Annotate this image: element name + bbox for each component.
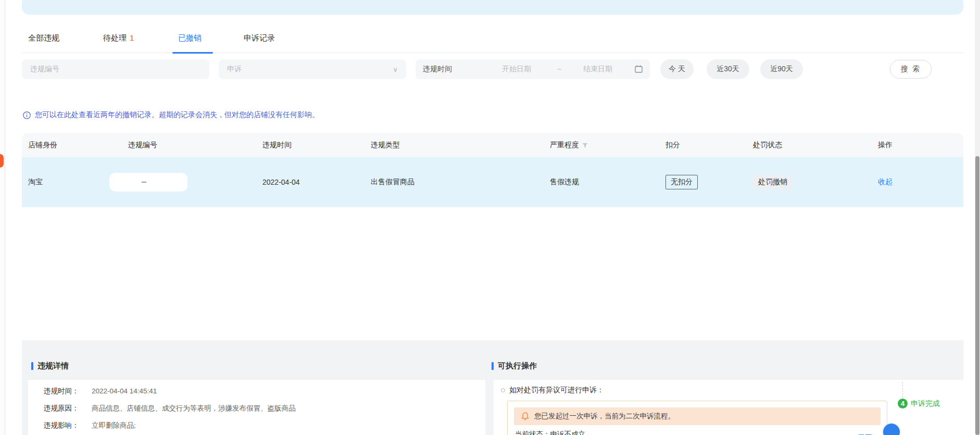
header-shop-identity: 店铺身份	[28, 133, 128, 157]
appeal-step-number: 4	[898, 399, 908, 408]
filter-bar: 违规编号 申诉 ∨ 违规时间 开始日期 ~ 结束日期 今 天 近30天 近90天…	[22, 59, 963, 79]
quick-filter-label: 近90天	[770, 65, 793, 74]
executable-actions-title: 可执行操作	[492, 361, 537, 370]
redacted-violation-number	[109, 173, 187, 191]
section-title-text: 违规详情	[37, 361, 69, 371]
header-violation-number: 违规编号	[128, 133, 262, 157]
status-badge: 处罚撤销	[753, 175, 793, 189]
tab-label: 已撤销	[178, 33, 202, 42]
quick-filter-today-button[interactable]: 今 天	[660, 59, 694, 79]
main-content: 全部违规 待处理1 已撤销 申诉记录 违规编号 申诉 ∨ 违规时间	[22, 0, 963, 435]
calendar-icon[interactable]	[635, 65, 643, 74]
appeal-complete-label: 申诉完成	[911, 399, 940, 408]
collapse-link[interactable]: 收起	[878, 177, 893, 187]
no-points-badge: 无扣分	[665, 175, 698, 189]
violation-number-placeholder: 违规编号	[30, 65, 59, 74]
tab-revoked[interactable]: 已撤销	[178, 23, 202, 53]
quick-filter-label: 今 天	[669, 65, 685, 74]
header-severity: 严重程度	[550, 133, 665, 157]
tab-pending[interactable]: 待处理1	[103, 23, 134, 53]
appeal-alert-text: 您已发起过一次申诉，当前为二次申诉流程。	[534, 412, 675, 421]
notice-banner: 您可以在此处查看近两年的撤销记录。超期的记录会消失，但对您的店铺没有任何影响。	[22, 109, 319, 121]
tab-label: 待处理	[103, 33, 127, 42]
left-rail	[0, 0, 5, 435]
tab-label: 全部违规	[28, 33, 59, 42]
appeal-complete-badge: 4 申诉完成	[898, 399, 940, 408]
timeline-dashed-connector	[902, 382, 903, 398]
row-detail-section: 违规详情 违规时间： 2022-04-04 14:45:41 违规原因： 商品信…	[22, 340, 963, 435]
quick-filter-30days-button[interactable]: 近30天	[707, 59, 749, 79]
detail-field-impact: 违规影响： 立即删除商品;	[44, 420, 477, 431]
cell-violation-time: 2022-04-04	[262, 157, 371, 207]
appeal-prompt-text: 如对处罚有异议可进行申诉：	[509, 386, 604, 395]
current-status-value: 申诉不成立	[550, 429, 586, 435]
tab-bar: 全部违规 待处理1 已撤销 申诉记录	[22, 23, 963, 53]
violation-number-input[interactable]: 违规编号	[22, 59, 209, 79]
date-range-picker[interactable]: 违规时间 开始日期 ~ 结束日期	[416, 59, 650, 79]
violation-management-page: 全部违规 待处理1 已撤销 申诉记录 违规编号 申诉 ∨ 违规时间	[0, 0, 980, 435]
current-status-row: 当前状态： 申诉不成立	[515, 429, 585, 435]
search-button[interactable]: 搜 索	[890, 60, 932, 79]
tab-all-violations[interactable]: 全部违规	[28, 23, 59, 53]
header-violation-type: 违规类型	[371, 133, 550, 157]
section-title-text: 可执行操作	[498, 361, 537, 371]
date-separator: ~	[557, 65, 561, 73]
tab-appeal-records[interactable]: 申诉记录	[244, 23, 275, 53]
cell-actions: 收起	[878, 157, 963, 207]
appeal-status-panel: 您已发起过一次申诉，当前为二次申诉流程。 当前状态： 申诉不成立 剩余时间： 剩…	[507, 401, 887, 435]
table-row: 淘宝 2022-04-04 出售假冒商品 售假违规 无扣分 处罚撤销 收起	[22, 157, 963, 207]
cell-violation-type: 出售假冒商品	[371, 157, 550, 207]
start-date-input[interactable]: 开始日期	[502, 65, 531, 74]
appeal-alert: 您已发起过一次申诉，当前为二次申诉流程。	[514, 407, 881, 425]
appeal-prompt-row: 如对处罚有异议可进行申诉：	[501, 385, 604, 395]
quick-filter-label: 近30天	[717, 65, 739, 74]
info-icon	[23, 111, 31, 119]
date-range-label: 违规时间	[423, 65, 452, 74]
violations-table: 店铺身份 违规编号 违规时间 违规类型 严重程度 扣分 处罚状态 操作 淘宝 2…	[22, 133, 963, 207]
table-header-row: 店铺身份 违规编号 违规时间 违规类型 严重程度 扣分 处罚状态 操作	[22, 133, 963, 157]
side-panel-handle[interactable]	[0, 154, 4, 168]
detail-field-time: 违规时间： 2022-04-04 14:45:41	[44, 386, 477, 396]
header-penalty-status: 处罚状态	[753, 133, 878, 157]
header-violation-time: 违规时间	[262, 133, 371, 157]
tab-label: 申诉记录	[244, 33, 275, 42]
scrollbar-thumb[interactable]	[975, 156, 979, 435]
notice-text: 您可以在此处查看近两年的撤销记录。超期的记录会消失，但对您的店铺没有任何影响。	[35, 110, 319, 120]
header-points: 扣分	[665, 133, 753, 157]
pending-count-badge: 1	[130, 33, 134, 42]
quick-filter-90days-button[interactable]: 近90天	[760, 59, 803, 79]
violation-detail-title: 违规详情	[31, 361, 69, 370]
header-actions: 操作	[878, 133, 963, 157]
appeal-select-placeholder: 申诉	[227, 65, 242, 74]
title-accent-bar	[492, 362, 494, 370]
chevron-down-icon: ∨	[393, 66, 398, 73]
cell-points: 无扣分	[665, 157, 753, 207]
cell-severity: 售假违规	[550, 157, 665, 207]
scrollbar-track[interactable]	[975, 0, 980, 435]
violation-detail-card: 违规时间： 2022-04-04 14:45:41 违规原因： 商品信息、店铺信…	[28, 380, 485, 435]
active-tab-indicator	[172, 52, 213, 54]
search-button-label: 搜 索	[901, 65, 921, 74]
appeal-select[interactable]: 申诉 ∨	[219, 59, 406, 79]
detail-field-reason: 违规原因： 商品信息、店铺信息、成交行为等表明，涉嫌发布假冒、盗版商品	[44, 403, 477, 414]
filter-funnel-icon[interactable]	[582, 143, 588, 148]
bell-icon	[521, 412, 529, 420]
end-date-input[interactable]: 结束日期	[583, 65, 612, 74]
top-banner	[22, 0, 963, 15]
cell-penalty-status: 处罚撤销	[753, 157, 878, 207]
bullet-circle-icon	[501, 388, 505, 392]
title-accent-bar	[31, 362, 33, 370]
